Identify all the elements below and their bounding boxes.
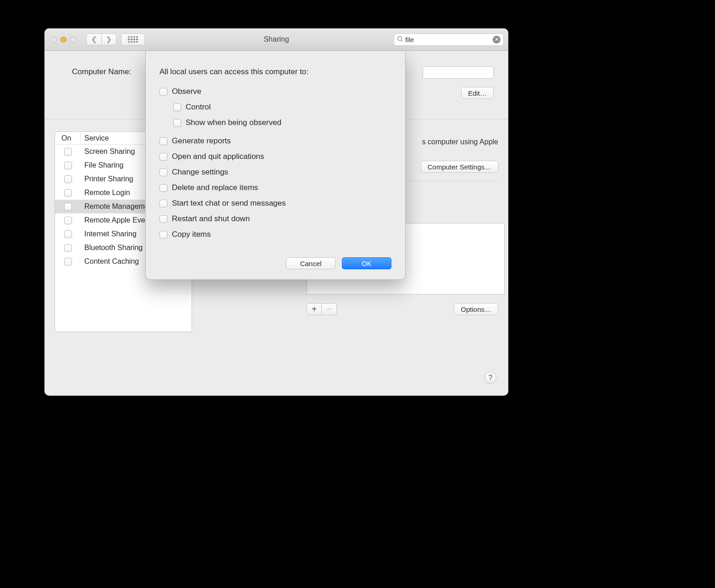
permission-checkbox[interactable]: [173, 119, 181, 127]
ok-button[interactable]: OK: [342, 257, 391, 269]
search-field[interactable]: ✕: [394, 33, 504, 46]
permission-label: Observe: [172, 87, 201, 96]
service-checkbox[interactable]: [64, 189, 72, 197]
permission-label: Generate reports: [172, 136, 231, 146]
permission-label: Change settings: [172, 168, 228, 177]
show-all-button[interactable]: [121, 33, 145, 45]
nav-back-forward: ❮ ❯: [86, 33, 116, 45]
permission-option[interactable]: Copy items: [160, 227, 391, 242]
minimize-window-button[interactable]: [60, 37, 66, 43]
forward-button[interactable]: ❯: [101, 33, 116, 45]
cancel-label: Cancel: [300, 260, 322, 267]
edit-button-label: Edit…: [468, 89, 487, 97]
permission-option[interactable]: Observe: [160, 84, 391, 99]
service-checkbox[interactable]: [64, 203, 72, 211]
options-button-label: Options…: [461, 305, 491, 313]
clear-search-button[interactable]: ✕: [493, 36, 500, 44]
search-icon: [397, 36, 403, 44]
cancel-button[interactable]: Cancel: [286, 257, 336, 269]
edit-computer-name-button[interactable]: Edit…: [461, 87, 494, 99]
permission-checkbox[interactable]: [160, 184, 167, 192]
service-checkbox[interactable]: [64, 148, 72, 156]
computer-settings-label: Computer Settings…: [428, 163, 491, 171]
sheet-buttons: Cancel OK: [160, 257, 391, 269]
window-controls: [51, 37, 76, 43]
permission-option[interactable]: Control: [160, 99, 391, 115]
permission-label: Copy items: [172, 230, 211, 239]
service-checkbox[interactable]: [64, 258, 72, 266]
permission-checkbox[interactable]: [173, 103, 181, 111]
back-button[interactable]: ❮: [86, 33, 101, 45]
permission-checkbox[interactable]: [160, 153, 167, 161]
computer-settings-button[interactable]: Computer Settings…: [421, 161, 498, 173]
permission-option[interactable]: Restart and shut down: [160, 211, 391, 227]
sheet-heading: All local users can access this computer…: [160, 67, 391, 76]
permission-checkbox[interactable]: [160, 88, 167, 96]
plus-icon: +: [312, 304, 317, 315]
permission-label: Control: [186, 103, 211, 112]
permission-option[interactable]: Delete and replace items: [160, 180, 391, 196]
permission-checkbox[interactable]: [160, 137, 167, 145]
titlebar: ❮ ❯ Sharing ✕: [44, 28, 508, 51]
ok-label: OK: [362, 260, 372, 267]
permission-label: Open and quit applications: [172, 152, 264, 161]
service-checkbox[interactable]: [64, 244, 72, 252]
permission-option[interactable]: Show when being observed: [160, 115, 391, 131]
minus-icon: −: [326, 304, 332, 315]
column-on[interactable]: On: [55, 132, 81, 144]
question-icon: ?: [489, 374, 493, 382]
svg-point-0: [398, 36, 402, 40]
service-checkbox[interactable]: [64, 175, 72, 183]
computer-name-input[interactable]: [423, 66, 494, 79]
zoom-window-button[interactable]: [70, 37, 76, 43]
access-permissions-sheet: All local users can access this computer…: [145, 51, 406, 280]
x-icon: ✕: [495, 37, 499, 42]
search-input[interactable]: [405, 36, 493, 44]
grid-icon: [128, 36, 138, 43]
help-button[interactable]: ?: [484, 372, 496, 384]
service-checkbox[interactable]: [64, 217, 72, 224]
add-remove-group: + −: [307, 303, 337, 315]
chevron-right-icon: ❯: [106, 35, 112, 44]
permission-checkbox[interactable]: [160, 169, 167, 176]
service-description: s computer using Apple: [422, 138, 498, 146]
permission-label: Delete and replace items: [172, 183, 258, 192]
service-checkbox[interactable]: [64, 230, 72, 238]
permission-label: Start text chat or send messages: [172, 199, 286, 208]
permission-checkbox[interactable]: [160, 231, 167, 239]
permission-option[interactable]: Start text chat or send messages: [160, 196, 391, 211]
permission-label: Show when being observed: [186, 118, 281, 127]
options-button[interactable]: Options…: [454, 303, 498, 315]
computer-name-label: Computer Name:: [72, 67, 131, 119]
service-checkbox[interactable]: [64, 162, 72, 169]
close-window-button[interactable]: [51, 37, 57, 43]
chevron-left-icon: ❮: [91, 35, 97, 44]
permission-option[interactable]: Change settings: [160, 164, 391, 180]
permission-label: Restart and shut down: [172, 214, 250, 223]
permission-checkbox[interactable]: [160, 215, 167, 223]
remove-user-button[interactable]: −: [322, 303, 337, 315]
add-user-button[interactable]: +: [307, 303, 322, 315]
permission-option[interactable]: Open and quit applications: [160, 149, 391, 164]
permission-checkbox[interactable]: [160, 200, 167, 207]
permission-option[interactable]: Generate reports: [160, 133, 391, 149]
sharing-preferences-window: ❮ ❯ Sharing ✕ Computer Name:: [44, 28, 508, 396]
svg-line-1: [402, 40, 403, 42]
